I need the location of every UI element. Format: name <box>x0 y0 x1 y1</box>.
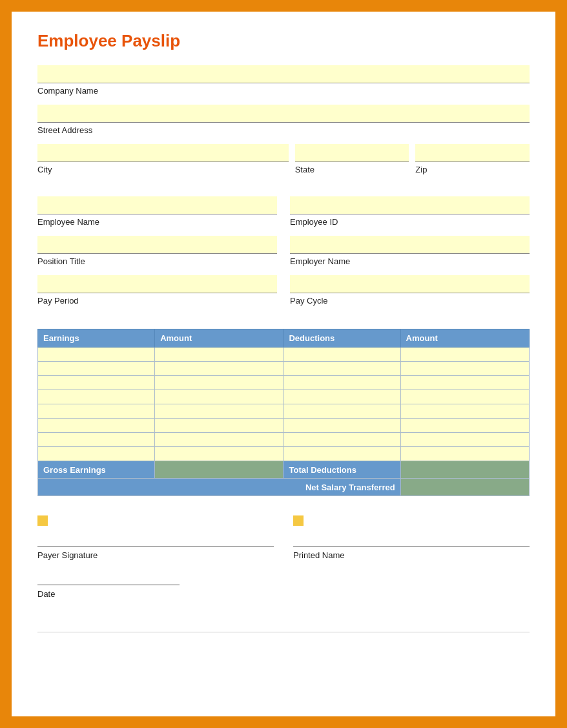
pay-info-row: Pay Period Pay Cycle <box>37 275 530 315</box>
earnings-row5-amount[interactable] <box>155 404 283 418</box>
state-label: State <box>295 165 409 174</box>
deductions-row7-amount[interactable] <box>401 433 529 446</box>
payer-signature-marker <box>37 515 48 526</box>
pay-cycle-label: Pay Cycle <box>290 296 530 306</box>
total-deductions-input[interactable] <box>406 464 524 475</box>
state-input[interactable] <box>295 144 409 162</box>
payer-signature-label: Payer Signature <box>37 550 98 560</box>
city-field: City <box>37 144 289 183</box>
company-name-label: Company Name <box>37 86 530 96</box>
deductions-amount-header: Amount <box>400 329 529 348</box>
net-salary-label: Net Salary Transferred <box>38 479 401 496</box>
city-input[interactable] <box>37 144 289 162</box>
employee-id-input[interactable] <box>290 196 530 214</box>
street-address-input[interactable] <box>37 105 530 123</box>
state-field: State <box>295 144 409 183</box>
printed-name-block: Printed Name <box>293 515 530 599</box>
deductions-row8-name[interactable] <box>284 447 400 461</box>
net-salary-input[interactable] <box>406 481 524 493</box>
city-state-zip-row: City State Zip <box>37 144 530 183</box>
printed-name-input[interactable] <box>293 531 530 546</box>
deductions-row3-name[interactable] <box>284 376 400 390</box>
pay-period-input[interactable] <box>37 275 277 293</box>
earnings-row1-name[interactable] <box>38 348 154 361</box>
gross-earnings-input[interactable] <box>160 464 278 475</box>
deductions-row6-amount[interactable] <box>401 419 529 432</box>
pay-period-label: Pay Period <box>37 296 277 306</box>
earnings-row8-name[interactable] <box>38 447 154 461</box>
table-row <box>38 376 530 390</box>
employee-name-input[interactable] <box>37 196 277 214</box>
page-title: Employee Payslip <box>37 31 530 51</box>
deductions-row5-amount[interactable] <box>401 404 529 418</box>
payer-signature-input[interactable] <box>37 531 274 546</box>
deductions-row4-amount[interactable] <box>401 390 529 404</box>
earnings-row1-amount[interactable] <box>155 348 283 361</box>
gross-earnings-row: Gross Earnings Total Deductions <box>38 461 530 479</box>
deductions-row3-amount[interactable] <box>401 376 529 390</box>
deductions-row1-name[interactable] <box>284 348 400 361</box>
deductions-row6-name[interactable] <box>284 419 400 432</box>
inner-page: Employee Payslip Company Name Street Add… <box>12 12 555 716</box>
employee-id-label: Employee ID <box>290 217 530 227</box>
bottom-divider <box>37 632 530 632</box>
earnings-row3-name[interactable] <box>38 376 154 390</box>
deductions-header: Deductions <box>284 329 400 348</box>
company-name-field: Company Name <box>37 65 530 96</box>
date-block: Date <box>37 570 274 599</box>
position-title-input[interactable] <box>37 236 277 254</box>
employer-name-input[interactable] <box>290 236 530 254</box>
payroll-table: Earnings Amount Deductions Amount <box>37 329 530 496</box>
table-row <box>38 390 530 404</box>
earnings-row8-amount[interactable] <box>155 447 283 461</box>
net-salary-value[interactable] <box>400 479 529 496</box>
deductions-row8-amount[interactable] <box>401 447 529 461</box>
zip-input[interactable] <box>415 144 530 162</box>
earnings-row6-amount[interactable] <box>155 419 283 432</box>
total-deductions-label: Total Deductions <box>284 461 400 479</box>
employer-name-label: Employer Name <box>290 256 530 266</box>
street-address-field: Street Address <box>37 105 530 135</box>
deductions-row2-amount[interactable] <box>401 362 529 375</box>
earnings-row3-amount[interactable] <box>155 376 283 390</box>
earnings-row5-name[interactable] <box>38 404 154 418</box>
earnings-row6-name[interactable] <box>38 419 154 432</box>
printed-name-marker <box>293 515 304 526</box>
date-label: Date <box>37 589 55 599</box>
employer-name-field: Employer Name <box>290 236 530 275</box>
gross-earnings-value[interactable] <box>155 461 284 479</box>
deductions-row1-amount[interactable] <box>401 348 529 361</box>
table-row <box>38 362 530 376</box>
net-salary-row: Net Salary Transferred <box>38 479 530 496</box>
table-row <box>38 447 530 461</box>
deductions-row4-name[interactable] <box>284 390 400 404</box>
earnings-amount-header: Amount <box>155 329 284 348</box>
deductions-row5-name[interactable] <box>284 404 400 418</box>
employee-name-field: Employee Name <box>37 196 277 236</box>
signature-section: Payer Signature Date Printed Name <box>37 515 530 599</box>
employee-info-row2: Position Title Employer Name <box>37 236 530 275</box>
pay-cycle-input[interactable] <box>290 275 530 293</box>
deductions-row2-name[interactable] <box>284 362 400 375</box>
earnings-row4-amount[interactable] <box>155 390 283 404</box>
pay-cycle-field: Pay Cycle <box>290 275 530 315</box>
earnings-header: Earnings <box>38 329 155 348</box>
total-deductions-value[interactable] <box>400 461 529 479</box>
employee-info-row1: Employee Name Employee ID <box>37 196 530 236</box>
employee-name-label: Employee Name <box>37 217 277 227</box>
printed-name-label: Printed Name <box>293 550 344 560</box>
date-input[interactable] <box>37 570 180 585</box>
table-row <box>38 404 530 419</box>
earnings-row2-name[interactable] <box>38 362 154 375</box>
deductions-row7-name[interactable] <box>284 433 400 446</box>
street-address-label: Street Address <box>37 125 530 135</box>
earnings-row7-name[interactable] <box>38 433 154 446</box>
table-row <box>38 433 530 447</box>
zip-field: Zip <box>415 144 530 183</box>
city-label: City <box>37 165 289 174</box>
employee-id-field: Employee ID <box>290 196 530 236</box>
earnings-row4-name[interactable] <box>38 390 154 404</box>
company-name-input[interactable] <box>37 65 530 83</box>
earnings-row7-amount[interactable] <box>155 433 283 446</box>
earnings-row2-amount[interactable] <box>155 362 283 375</box>
